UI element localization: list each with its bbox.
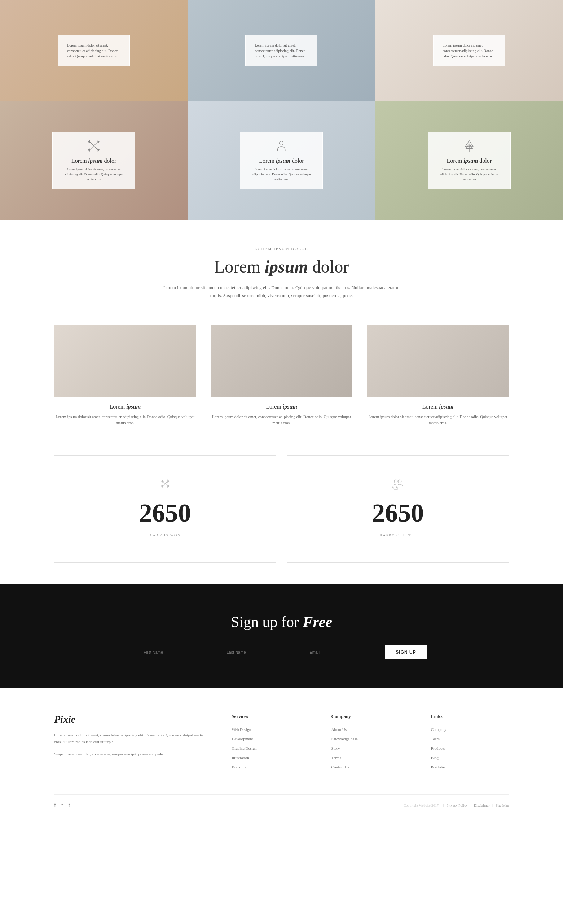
stat-clients: 2650 HAPPY CLIENTS — [287, 455, 509, 563]
portfolio-card-2: Lorem ipsum dolor sit amet, consectetuer… — [245, 35, 317, 66]
signup-button[interactable]: SIGN UP — [385, 645, 427, 659]
portfolio-overlay-5: Lorem ipsum dolor Lorem ipsum dolor sit … — [187, 101, 375, 220]
feature-title-2: Lorem ipsum — [211, 404, 353, 410]
section-body: Lorem ipsum dolor sit amet, consectetuer… — [159, 284, 404, 300]
service-link-3[interactable]: Graphic Design — [232, 746, 256, 750]
clients-divider: HAPPY CLIENTS — [302, 533, 494, 537]
clients-label: HAPPY CLIENTS — [379, 533, 416, 537]
svg-marker-13 — [167, 479, 169, 483]
portfolio-item-1[interactable]: Lorem ipsum dolor sit amet, consectetuer… — [0, 0, 187, 101]
last-name-input[interactable] — [219, 645, 298, 659]
portfolio-card-body-3: Lorem ipsum dolor sit amet, consectetuer… — [437, 167, 501, 182]
portfolio-card-text-2: Lorem ipsum dolor sit amet, consectetuer… — [255, 43, 308, 59]
svg-marker-14 — [161, 479, 163, 483]
brand-desc-2: Suspendisse urna nibh, viverra non, semp… — [54, 751, 210, 758]
portfolio-item-6[interactable]: Lorem ipsum dolor Lorem ipsum dolor sit … — [376, 101, 563, 220]
footer-bottom: f t t Copyright Website 2017 | Privacy P… — [54, 794, 509, 808]
service-link-2[interactable]: Development — [232, 736, 253, 741]
stat-awards: 2650 AWARDS WON — [54, 455, 276, 563]
portfolio-overlay-3: Lorem ipsum dolor sit amet, consectetuer… — [376, 0, 563, 101]
twitter-icon[interactable]: t — [61, 802, 63, 808]
footer-link-1[interactable]: Company — [431, 727, 446, 732]
company-item-5: Contact Us — [331, 764, 409, 770]
portfolio-card-icon-1: Lorem ipsum dolor Lorem ipsum dolor sit … — [52, 132, 135, 189]
footer-company: Company About Us Knowledge base Story Te… — [331, 714, 409, 773]
footer-link-4[interactable]: Blog — [431, 756, 439, 760]
footer-copyright: Copyright Website 2017 | Privacy Policy … — [402, 804, 509, 807]
service-link-1[interactable]: Web Design — [232, 727, 251, 732]
privacy-policy-link[interactable]: Privacy Policy — [446, 804, 468, 807]
link-item-3: Products — [431, 745, 509, 751]
portfolio-top-grid: Lorem ipsum dolor sit amet, consectetuer… — [0, 0, 563, 101]
facebook-icon[interactable]: f — [54, 802, 56, 808]
sitemap-link[interactable]: Site Map — [496, 804, 509, 807]
stats-section: 2650 AWARDS WON 2650 HAPPY CLIENTS — [0, 448, 563, 584]
portfolio-card-title-2: Lorem ipsum dolor — [249, 158, 313, 164]
footer-top: Pixie Lorem ipsum dolor sit amet, consec… — [54, 714, 509, 787]
person-icon — [249, 140, 313, 155]
footer-link-3[interactable]: Products — [431, 746, 445, 750]
feature-item-2: Lorem ipsum Lorem ipsum dolor sit amet, … — [211, 325, 353, 426]
portfolio-card-3: Lorem ipsum dolor sit amet, consectetuer… — [433, 35, 505, 66]
feature-title-1: Lorem ipsum — [54, 404, 196, 410]
signup-heading: Sign up for Free — [54, 613, 509, 630]
link-item-2: Team — [431, 735, 509, 742]
company-link-1[interactable]: About Us — [331, 727, 347, 732]
feature-image-2 — [211, 325, 353, 397]
arrows-icon — [62, 140, 126, 155]
awards-divider: AWARDS WON — [69, 533, 262, 537]
services-heading: Services — [232, 714, 310, 719]
portfolio-card-body-1: Lorem ipsum dolor sit amet, consectetuer… — [62, 167, 126, 182]
portfolio-item-3[interactable]: Lorem ipsum dolor sit amet, consectetuer… — [376, 0, 563, 101]
footer-link-2[interactable]: Team — [431, 736, 440, 741]
service-link-5[interactable]: Branding — [232, 765, 246, 769]
service-link-4[interactable]: Illustration — [232, 756, 249, 760]
clients-number: 2650 — [302, 500, 494, 526]
footer-services: Services Web Design Development Graphic … — [232, 714, 310, 773]
tumblr-icon[interactable]: t — [69, 802, 70, 808]
portfolio-overlay-1: Lorem ipsum dolor sit amet, consectetuer… — [0, 0, 187, 101]
separator-1: | — [443, 804, 445, 807]
portfolio-card-icon-3: Lorem ipsum dolor Lorem ipsum dolor sit … — [428, 132, 511, 189]
company-link-4[interactable]: Terms — [331, 756, 341, 760]
company-item-3: Story — [331, 745, 409, 751]
portfolio-card-body-2: Lorem ipsum dolor sit amet, consectetuer… — [249, 167, 313, 182]
svg-marker-2 — [88, 148, 90, 152]
feature-image-3 — [367, 325, 509, 397]
section-info: LOREM IPSUM DOLOR Lorem ipsum dolor Lore… — [0, 220, 563, 318]
svg-point-6 — [280, 141, 283, 146]
link-item-4: Blog — [431, 754, 509, 760]
section-label: LOREM IPSUM DOLOR — [159, 245, 404, 252]
brand-desc-1: Lorem ipsum dolor sit amet, consectetuer… — [54, 732, 210, 745]
portfolio-top-section: Lorem ipsum dolor sit amet, consectetuer… — [0, 0, 563, 220]
disclaimer-link[interactable]: Disclaimer — [474, 804, 490, 807]
email-input[interactable] — [302, 645, 381, 659]
footer: Pixie Lorem ipsum dolor sit amet, consec… — [0, 688, 563, 823]
portfolio-item-5[interactable]: Lorem ipsum dolor Lorem ipsum dolor sit … — [187, 101, 375, 220]
brand-name: Pixie — [54, 714, 210, 725]
footer-social: f t t — [54, 802, 70, 808]
company-link-5[interactable]: Contact Us — [331, 765, 349, 769]
company-link-3[interactable]: Story — [331, 746, 340, 750]
service-item-2: Development — [232, 735, 310, 742]
portfolio-bottom-grid: Lorem ipsum dolor Lorem ipsum dolor sit … — [0, 101, 563, 220]
company-link-2[interactable]: Knowledge base — [331, 736, 358, 741]
portfolio-card-text-3: Lorem ipsum dolor sit amet, consectetuer… — [443, 43, 496, 59]
service-item-4: Illustration — [232, 754, 310, 760]
feature-body-2: Lorem ipsum dolor sit amet, consectetuer… — [211, 414, 353, 426]
svg-point-16 — [394, 480, 397, 483]
separator-3: | — [492, 804, 494, 807]
service-item-3: Graphic Design — [232, 745, 310, 751]
feature-item-3: Lorem ipsum Lorem ipsum dolor sit amet, … — [367, 325, 509, 426]
company-list: About Us Knowledge base Story Terms Cont… — [331, 726, 409, 770]
portfolio-item-2[interactable]: Lorem ipsum dolor sit amet, consectetuer… — [187, 0, 375, 101]
company-item-4: Terms — [331, 754, 409, 760]
footer-link-5[interactable]: Portfolio — [431, 765, 445, 769]
portfolio-overlay-6: Lorem ipsum dolor Lorem ipsum dolor sit … — [376, 101, 563, 220]
svg-marker-5 — [98, 148, 100, 152]
first-name-input[interactable] — [136, 645, 215, 659]
section-heading: Lorem ipsum dolor — [72, 256, 491, 276]
svg-rect-18 — [394, 487, 398, 489]
portfolio-item-4[interactable]: Lorem ipsum dolor Lorem ipsum dolor sit … — [0, 101, 187, 220]
portfolio-card-1: Lorem ipsum dolor sit amet, consectetuer… — [58, 35, 130, 66]
